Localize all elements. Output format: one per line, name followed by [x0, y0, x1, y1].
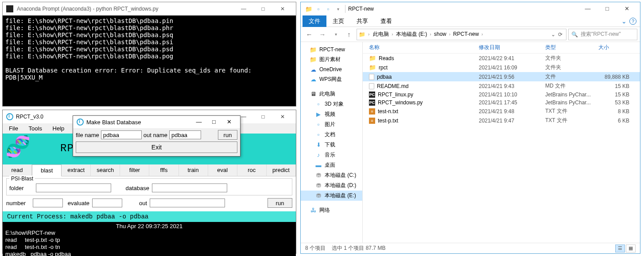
- tree-item[interactable]: 📁图片素材: [301, 54, 362, 65]
- ribbon-tab-home[interactable]: 主页: [326, 15, 350, 27]
- file-name-input[interactable]: [101, 130, 142, 139]
- tab-search[interactable]: search: [91, 164, 120, 176]
- chevron-right-icon[interactable]: ›: [447, 32, 452, 37]
- address-dropdown-icon[interactable]: ⌄: [551, 31, 555, 38]
- tab-blast[interactable]: blast: [32, 164, 62, 176]
- ribbon-tab-view[interactable]: 查看: [374, 15, 398, 27]
- database-input[interactable]: [152, 183, 227, 192]
- tree-item[interactable]: ⛃本地磁盘 (E:): [301, 191, 362, 201]
- tab-roc[interactable]: roc: [237, 164, 267, 176]
- number-input[interactable]: [33, 199, 63, 207]
- tab-eval[interactable]: eval: [208, 164, 237, 176]
- col-name[interactable]: 名称: [369, 44, 479, 51]
- file-row[interactable]: ≡test-p.txt2021/4/21 9:47TXT 文件6 KB: [363, 116, 640, 125]
- up-button[interactable]: ↑: [343, 29, 355, 40]
- file-row[interactable]: ≡test-n.txt2021/4/21 9:48TXT 文件8 KB: [363, 107, 640, 116]
- tree-item-label: 桌面: [325, 161, 335, 169]
- close-button[interactable]: ✕: [221, 116, 237, 128]
- dialog-titlebar[interactable]: Make Blast Database — □ ✕: [73, 116, 240, 128]
- qat-item[interactable]: ▫: [324, 4, 333, 13]
- maximize-button[interactable]: □: [253, 3, 273, 15]
- tree-item[interactable]: ▫3D 对象: [301, 99, 362, 109]
- ribbon-tab-share[interactable]: 共享: [350, 15, 374, 27]
- maximize-button[interactable]: □: [597, 3, 617, 15]
- back-button[interactable]: ←: [303, 29, 315, 40]
- file-row[interactable]: 📁rpct2021/4/21 16:09文件夹: [363, 63, 640, 72]
- breadcrumb-segment[interactable]: 此电脑: [372, 31, 390, 37]
- file-row[interactable]: PCRPCT_windows.py2021/4/21 17:45JetBrain…: [363, 99, 640, 107]
- menu-help[interactable]: Help: [48, 124, 69, 133]
- tab-fffs[interactable]: fffs: [149, 164, 178, 176]
- minimize-button[interactable]: —: [234, 3, 253, 15]
- rpct-log[interactable]: Thu Apr 22 09:37:25 2021E:\show\RPCT-new…: [3, 222, 296, 256]
- file-row[interactable]: pdbaa2021/4/21 9:56文件89,888 KB: [363, 72, 640, 81]
- file-row[interactable]: PCRPCT_linux.py2021/4/21 10:10JetBrains …: [363, 91, 640, 99]
- chevron-right-icon[interactable]: ›: [366, 32, 371, 37]
- tree-item[interactable]: 📁RPCT-new: [301, 45, 362, 54]
- col-date[interactable]: 修改日期: [479, 44, 545, 51]
- search-input[interactable]: 🔍 搜索"RPCT-new": [568, 29, 637, 40]
- tree-item[interactable]: ⬇下载: [301, 140, 362, 150]
- minimize-button[interactable]: —: [191, 116, 206, 128]
- folder-input[interactable]: [36, 183, 111, 192]
- chevron-right-icon[interactable]: ›: [390, 32, 395, 37]
- exit-button[interactable]: Exit: [76, 141, 237, 153]
- tree-item[interactable]: ♪音乐: [301, 150, 362, 160]
- file-row[interactable]: 📁Reads2021/4/22 9:41文件夹: [363, 53, 640, 63]
- menu-file[interactable]: File: [4, 124, 23, 133]
- qat-item[interactable]: ▫: [314, 4, 323, 13]
- explorer-titlebar[interactable]: 📁 ▫ ▫ ▾ RPCT-new — □ ✕: [301, 2, 640, 15]
- minimize-button[interactable]: —: [578, 3, 597, 15]
- tab-extract[interactable]: extract: [62, 164, 91, 176]
- tree-item[interactable]: ⛃本地磁盘 (D:): [301, 180, 362, 191]
- recent-dropdown-icon[interactable]: ▾: [330, 29, 341, 40]
- tree-item[interactable]: ▫图片: [301, 119, 362, 130]
- maximize-button[interactable]: □: [206, 116, 221, 128]
- col-size[interactable]: 大小: [598, 44, 634, 51]
- tree-item[interactable]: ☁OneDrive: [301, 65, 362, 74]
- qat-dropdown-icon[interactable]: ▾: [334, 4, 342, 13]
- out-input[interactable]: [150, 199, 225, 207]
- out-name-input[interactable]: [169, 130, 201, 139]
- help-icon[interactable]: ?: [629, 18, 636, 25]
- evaluate-input[interactable]: [92, 199, 122, 207]
- folder-icon[interactable]: 📁: [304, 4, 313, 13]
- maximize-button[interactable]: □: [253, 111, 273, 123]
- forward-button[interactable]: →: [317, 29, 328, 40]
- dialog-run-button[interactable]: run: [218, 130, 237, 140]
- tree-item[interactable]: 🖧网络: [301, 205, 362, 215]
- breadcrumb-segment[interactable]: show: [433, 31, 447, 37]
- breadcrumb-segment[interactable]: RPCT-new: [452, 31, 480, 37]
- chevron-right-icon[interactable]: ›: [480, 32, 485, 37]
- close-button[interactable]: ✕: [617, 3, 636, 15]
- breadcrumb-segment[interactable]: 本地磁盘 (E:): [395, 31, 428, 37]
- console-output[interactable]: file: E:\show\RPCT-new\rpct\blastDB\pdba…: [3, 15, 296, 106]
- tree-item[interactable]: ▬桌面: [301, 160, 362, 170]
- close-button[interactable]: ✕: [273, 111, 292, 123]
- nav-tree[interactable]: 📁RPCT-new📁图片素材☁OneDrive☁WPS网盘🖥此电脑▫3D 对象▶…: [301, 42, 363, 243]
- close-button[interactable]: ✕: [273, 3, 292, 15]
- tab-train[interactable]: train: [179, 164, 208, 176]
- menu-tools[interactable]: Tools: [24, 124, 47, 133]
- file-row[interactable]: README.md2021/4/21 9:43MD 文件15 KB: [363, 81, 640, 91]
- tree-item[interactable]: 🖥此电脑: [301, 89, 362, 99]
- col-type[interactable]: 类型: [545, 44, 598, 51]
- details-view-button[interactable]: ☰: [615, 245, 625, 252]
- file-list[interactable]: 名称 修改日期 类型 大小 📁Reads2021/4/22 9:41文件夹📁rp…: [363, 42, 640, 243]
- ribbon-expand-icon[interactable]: ⌄: [621, 18, 627, 25]
- column-headers[interactable]: 名称 修改日期 类型 大小: [363, 42, 640, 53]
- run-button[interactable]: run: [268, 198, 292, 208]
- tree-item[interactable]: ⛃本地磁盘 (C:): [301, 170, 362, 180]
- tree-item[interactable]: ☁WPS网盘: [301, 74, 362, 84]
- tab-filter[interactable]: filter: [120, 164, 149, 176]
- console-titlebar[interactable]: Anaconda Prompt (Anaconda3) - python RPC…: [3, 2, 296, 15]
- refresh-button[interactable]: ⟳: [558, 31, 563, 38]
- icons-view-button[interactable]: ▦: [626, 245, 636, 252]
- tab-predict[interactable]: predict: [267, 164, 296, 176]
- ribbon-tab-file[interactable]: 文件: [303, 15, 326, 27]
- tree-item[interactable]: ▶视频: [301, 109, 362, 119]
- chevron-right-icon[interactable]: ›: [428, 32, 433, 37]
- address-bar[interactable]: 📁 › 此电脑›本地磁盘 (E:)›show›RPCT-new› ⌄ ⟳: [357, 29, 566, 40]
- tab-read[interactable]: read: [3, 164, 32, 176]
- tree-item[interactable]: ▫文档: [301, 130, 362, 140]
